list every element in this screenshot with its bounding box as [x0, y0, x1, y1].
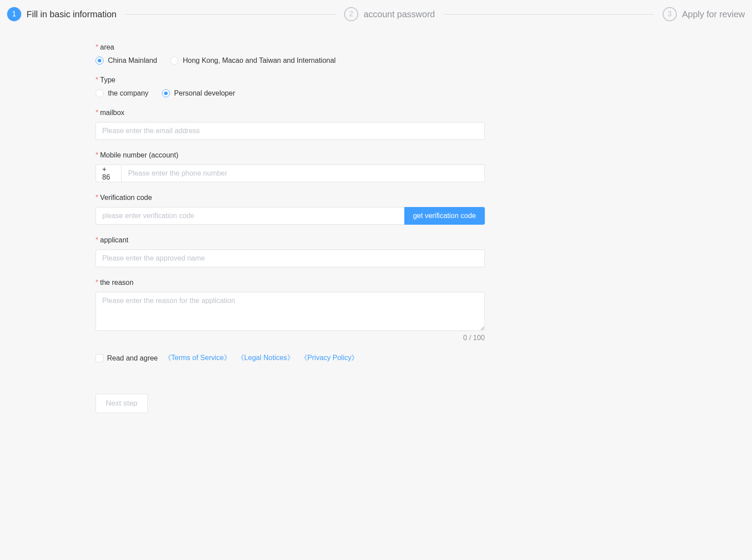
reason-label: *the reason: [96, 279, 485, 287]
terms-of-service-link[interactable]: 《Terms of Service》: [164, 353, 231, 363]
step-line: [125, 14, 335, 15]
radio-icon: [162, 89, 170, 97]
step-3-circle: 3: [663, 7, 677, 21]
step-2-circle: 2: [344, 7, 358, 21]
radio-label: Hong Kong, Macao and Taiwan and Internat…: [183, 57, 336, 65]
step-1-circle: 1: [7, 7, 21, 21]
next-step-button[interactable]: Next step: [96, 394, 148, 413]
area-radio-group: China Mainland Hong Kong, Macao and Taiw…: [96, 57, 485, 65]
mailbox-input[interactable]: [96, 122, 485, 140]
field-mobile: *Mobile number (account) + 86: [96, 151, 485, 182]
legal-notices-link[interactable]: 《Legal Notices》: [237, 353, 294, 363]
field-verification-code: *Verification code get verification code: [96, 194, 485, 225]
radio-icon: [96, 89, 104, 97]
step-3-title: Apply for review: [682, 9, 745, 19]
agree-checkbox[interactable]: [96, 354, 104, 362]
mobile-country-code: + 86: [96, 165, 121, 182]
step-1-title: Fill in basic information: [27, 9, 116, 19]
radio-icon: [96, 57, 104, 65]
step-2: 2 account password: [344, 7, 435, 21]
field-area: *area China Mainland Hong Kong, Macao an…: [96, 43, 485, 65]
applicant-input[interactable]: [96, 249, 485, 267]
type-label: *Type: [96, 76, 485, 84]
radio-icon: [170, 57, 178, 65]
registration-form: *area China Mainland Hong Kong, Macao an…: [96, 43, 485, 413]
radio-label: the company: [108, 89, 149, 97]
mobile-label: *Mobile number (account): [96, 151, 485, 159]
radio-label: China Mainland: [108, 57, 157, 65]
field-mailbox: *mailbox: [96, 109, 485, 140]
area-label: *area: [96, 43, 485, 51]
privacy-policy-link[interactable]: 《Privacy Policy》: [300, 353, 359, 363]
agree-text: Read and agree: [107, 354, 158, 362]
mailbox-label: *mailbox: [96, 109, 485, 117]
applicant-label: *applicant: [96, 236, 485, 244]
reason-textarea[interactable]: [96, 292, 485, 331]
field-agree: Read and agree 《Terms of Service》 《Legal…: [96, 353, 485, 363]
verification-code-input[interactable]: [96, 207, 404, 225]
reason-char-count: 0 / 100: [96, 334, 485, 342]
step-2-title: account password: [364, 9, 435, 19]
get-code-button[interactable]: get verification code: [404, 207, 485, 225]
radio-type-company[interactable]: the company: [96, 89, 149, 97]
steps-header: 1 Fill in basic information 2 account pa…: [7, 7, 745, 21]
step-line: [444, 14, 654, 15]
radio-area-china-mainland[interactable]: China Mainland: [96, 57, 157, 65]
step-1: 1 Fill in basic information: [7, 7, 116, 21]
field-type: *Type the company Personal developer: [96, 76, 485, 97]
field-reason: *the reason 0 / 100: [96, 279, 485, 342]
code-label: *Verification code: [96, 194, 485, 202]
mobile-input[interactable]: [121, 165, 485, 182]
radio-area-international[interactable]: Hong Kong, Macao and Taiwan and Internat…: [170, 57, 336, 65]
radio-type-personal[interactable]: Personal developer: [162, 89, 235, 97]
radio-label: Personal developer: [174, 89, 235, 97]
type-radio-group: the company Personal developer: [96, 89, 485, 97]
step-3: 3 Apply for review: [663, 7, 745, 21]
field-applicant: *applicant: [96, 236, 485, 267]
